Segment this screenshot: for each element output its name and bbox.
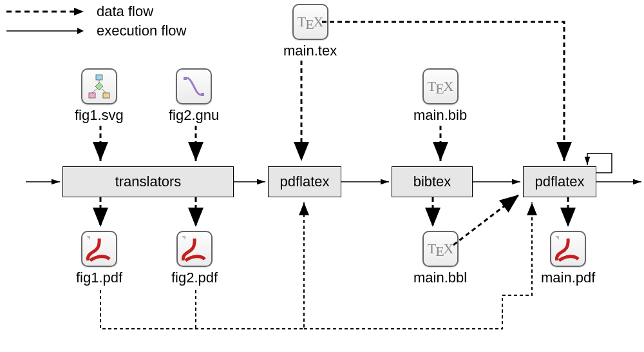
process-pdflatex-1-label: pdflatex [279,173,329,190]
tex-icon: TEX [292,4,328,40]
file-fig1-svg: fig1.svg [75,68,124,124]
gnu-curve-icon [176,68,212,104]
process-bibtex-label: bibtex [413,173,451,190]
svg-marker-3 [77,28,84,34]
file-main-bbl: TEX main.bbl [413,231,467,286]
tex-icon: TEX [422,231,459,267]
legend-execution-flow-row: execution flow [6,23,186,39]
file-main-pdf: main.pdf [541,231,595,286]
tex-icon: TEX [422,68,459,104]
pdf-icon [176,231,213,267]
legend: data flow execution flow [6,3,186,42]
svg-rect-12 [201,93,204,96]
file-fig2-pdf-label: fig2.pdf [171,269,218,286]
process-pdflatex-1: pdflatex [268,166,341,197]
process-pdflatex-2: pdflatex [523,166,596,197]
svg-line-9 [92,89,97,93]
file-fig1-pdf: fig1.pdf [76,231,122,286]
svg-rect-7 [103,93,109,98]
svg-marker-14 [182,236,185,240]
legend-execution-flow-label: execution flow [97,23,186,39]
legend-data-flow-row: data flow [6,3,186,20]
process-translators-label: translators [115,173,182,190]
file-fig1-svg-label: fig1.svg [75,107,124,124]
svg-marker-13 [86,236,90,240]
legend-data-flow-label: data flow [97,3,153,20]
file-main-pdf-label: main.pdf [541,269,595,286]
file-main-bbl-label: main.bbl [413,269,467,286]
process-translators: translators [62,166,234,197]
file-main-bib: TEX main.bib [413,68,467,124]
svg-marker-1 [74,8,84,15]
svg-rect-6 [89,93,95,98]
file-main-tex-label: main.tex [283,43,337,59]
file-fig2-gnu-label: fig2.gnu [169,107,219,124]
svg-rect-11 [184,77,187,80]
svg-rect-4 [96,75,102,80]
file-fig2-gnu: fig2.gnu [169,68,219,124]
file-fig1-pdf-label: fig1.pdf [76,269,122,286]
pdf-icon [550,231,586,267]
process-bibtex: bibtex [392,166,473,197]
file-main-tex: TEX main.tex [283,4,337,59]
svg-marker-15 [555,236,559,240]
dashed-arrow-icon [6,5,84,18]
svg-line-10 [102,89,106,93]
process-pdflatex-2-label: pdflatex [535,173,584,190]
solid-arrow-icon [6,24,84,37]
file-fig2-pdf: fig2.pdf [171,231,218,286]
svg-diagram-icon [81,68,117,104]
file-main-bib-label: main.bib [413,107,467,124]
pdf-icon [81,231,117,267]
